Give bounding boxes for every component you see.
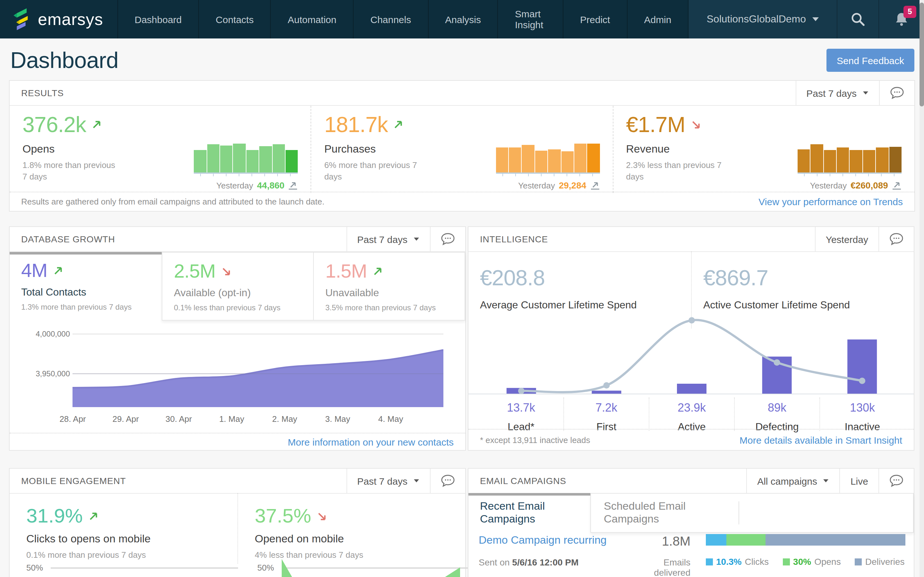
nav-item-contacts[interactable]: Contacts xyxy=(198,0,270,39)
yesterday-flag-icon xyxy=(590,181,599,189)
comment-icon xyxy=(890,87,904,99)
results-footnote: Results are gathered only from email cam… xyxy=(21,197,325,206)
email-campaigns-panel: EMAIL CAMPAIGNS All campaigns Live Recen… xyxy=(468,468,914,577)
contacts-area-chart xyxy=(73,327,443,407)
database-growth-comment-button[interactable] xyxy=(430,227,465,251)
mobile-range-value: Past 7 days xyxy=(357,475,407,486)
trend-up-icon xyxy=(88,511,99,522)
mobile-comment-button[interactable] xyxy=(430,469,465,493)
intelligence-range[interactable]: Yesterday xyxy=(815,227,879,251)
page-title: Dashboard xyxy=(10,47,118,73)
intelligence-range-value: Yesterday xyxy=(826,234,868,245)
database-growth-range-value: Past 7 days xyxy=(357,234,407,245)
results-comment-button[interactable] xyxy=(879,81,914,105)
caret-down-icon xyxy=(813,17,819,21)
nav-item-channels[interactable]: Channels xyxy=(353,0,428,39)
purchases-yesterday-value: 29,284 xyxy=(559,180,586,190)
tab-unavailable[interactable]: 1.5M Unavailable 3.5% more than previous… xyxy=(314,253,465,320)
avg-lifetime-spend-value: €208.8 xyxy=(480,266,691,290)
email-comment-button[interactable] xyxy=(879,469,914,493)
opens-value: 376.2k xyxy=(23,112,86,137)
nav-item-analysis[interactable]: Analysis xyxy=(428,0,498,39)
opens-axis xyxy=(194,172,298,177)
mobile-engagement-panel: MOBILE ENGAGEMENT Past 7 days 31.9% Clic… xyxy=(9,468,466,577)
clicks-pct: 10.3% xyxy=(716,556,741,567)
page-scrollbar[interactable] xyxy=(919,0,924,577)
trend-down-icon xyxy=(220,266,231,277)
revenue-value: €1.7M xyxy=(626,112,685,137)
results-range-dropdown[interactable]: Past 7 days xyxy=(795,81,879,105)
deliveries-legend-swatch xyxy=(855,558,862,565)
trends-link[interactable]: View your performance on Trends xyxy=(758,196,903,207)
unavailable-label: Unavailable xyxy=(325,287,453,299)
campaign-list: Demo Campaign recurring 1.8M Sent on 5/6… xyxy=(479,533,904,577)
yesterday-label: Yesterday xyxy=(810,181,846,190)
tab-scheduled-email-campaigns[interactable]: Scheduled Email Campaigns xyxy=(591,501,739,524)
purchases-sub: 6% more than previous 7 days xyxy=(325,160,421,182)
revenue-sparkline-chart xyxy=(798,142,901,172)
yesterday-flag-icon xyxy=(288,181,298,189)
revenue-label: Revenue xyxy=(626,143,722,156)
emarsys-logo-text: emarsys xyxy=(38,9,103,29)
emarsys-logo[interactable]: emarsys xyxy=(0,0,118,39)
notifications-button[interactable]: 5 xyxy=(879,0,924,39)
results-metric-revenue: €1.7M Revenue 2.3% less than previous 7 … xyxy=(612,106,914,193)
available-label: Available (opt-in) xyxy=(174,287,302,299)
new-contacts-link[interactable]: More information on your new contacts xyxy=(288,436,454,447)
available-value: 2.5M xyxy=(174,260,215,282)
tab-recent-email-campaigns[interactable]: Recent Email Campaigns xyxy=(468,493,590,533)
total-contacts-label: Total Contacts xyxy=(21,287,150,298)
nav-right-controls: SolutionsGlobalDemo 5 xyxy=(689,0,924,39)
available-sub: 0.1% less than previous 7 days xyxy=(174,303,302,312)
database-growth-title: DATABASE GROWTH xyxy=(10,227,346,251)
trend-up-icon xyxy=(91,119,102,130)
smart-insight-link[interactable]: More details available in Smart Insight xyxy=(740,434,902,445)
top-nav: emarsys Dashboard Contacts Automation Ch… xyxy=(0,0,924,39)
campaigns-filter-dropdown[interactable]: All campaigns xyxy=(746,469,840,493)
campaign-sent-date: Sent on 5/6/16 12:00 PM xyxy=(479,557,578,567)
opens-sparkline-chart xyxy=(194,142,298,172)
live-button[interactable]: Live xyxy=(840,469,879,493)
comment-icon xyxy=(889,233,903,245)
tab-total-contacts[interactable]: 4M Total Contacts 1.3% more than previou… xyxy=(10,252,162,321)
x-axis-labels: 28. Apr29. Apr30. Apr1. May2. May3. May4… xyxy=(46,414,470,424)
tab-available-opt-in[interactable]: 2.5M Available (opt-in) 0.1% less than p… xyxy=(162,253,314,320)
opens-legend-swatch xyxy=(783,558,790,565)
database-growth-panel: DATABASE GROWTH Past 7 days 4M Total Con… xyxy=(9,226,466,451)
intelligence-footnote: * except 13,911 inactive leads xyxy=(480,435,590,445)
y-axis-tick: 50% xyxy=(257,563,274,572)
database-growth-range-dropdown[interactable]: Past 7 days xyxy=(346,227,430,251)
scrollbar-thumb[interactable] xyxy=(919,3,924,106)
active-value: 23.9k xyxy=(649,401,734,415)
account-name: SolutionsGlobalDemo xyxy=(707,13,806,25)
purchases-value: 181.7k xyxy=(325,112,388,137)
nav-item-predict[interactable]: Predict xyxy=(563,0,627,39)
nav-item-admin[interactable]: Admin xyxy=(627,0,688,39)
nav-item-smart-insight[interactable]: Smart Insight xyxy=(498,0,563,39)
notification-badge: 5 xyxy=(903,6,916,18)
y-axis-tick: 50% xyxy=(26,563,43,572)
clicks-to-opens-label: Clicks to opens on mobile xyxy=(26,533,237,546)
trend-down-icon xyxy=(317,511,327,522)
caret-down-icon xyxy=(824,479,829,482)
nav-item-dashboard[interactable]: Dashboard xyxy=(118,0,199,39)
emails-delivered-count: 1.8M xyxy=(639,534,690,549)
clicks-legend-label: Clicks xyxy=(745,556,769,567)
results-range-value: Past 7 days xyxy=(806,87,857,98)
search-button[interactable] xyxy=(837,0,879,39)
unavailable-sub: 3.5% more than previous 7 days xyxy=(325,303,453,312)
account-dropdown[interactable]: SolutionsGlobalDemo xyxy=(689,0,837,39)
revenue-axis xyxy=(798,172,901,177)
inactive-value: 130k xyxy=(820,401,905,415)
send-feedback-button[interactable]: Send Feedback xyxy=(827,49,914,72)
caret-down-icon xyxy=(414,237,419,241)
campaign-link[interactable]: Demo Campaign recurring xyxy=(479,534,607,547)
yesterday-label: Yesterday xyxy=(216,181,253,190)
mobile-range-dropdown[interactable]: Past 7 days xyxy=(346,469,430,493)
intelligence-comment-button[interactable] xyxy=(879,227,914,251)
intelligence-panel: INTELLIGENCE Yesterday €208.8 Average Cu… xyxy=(468,226,914,451)
results-panel-title: RESULTS xyxy=(10,81,795,105)
trend-down-icon xyxy=(690,119,701,130)
nav-item-automation[interactable]: Automation xyxy=(270,0,353,39)
clicks-chart-gridline: 50% xyxy=(26,563,238,572)
